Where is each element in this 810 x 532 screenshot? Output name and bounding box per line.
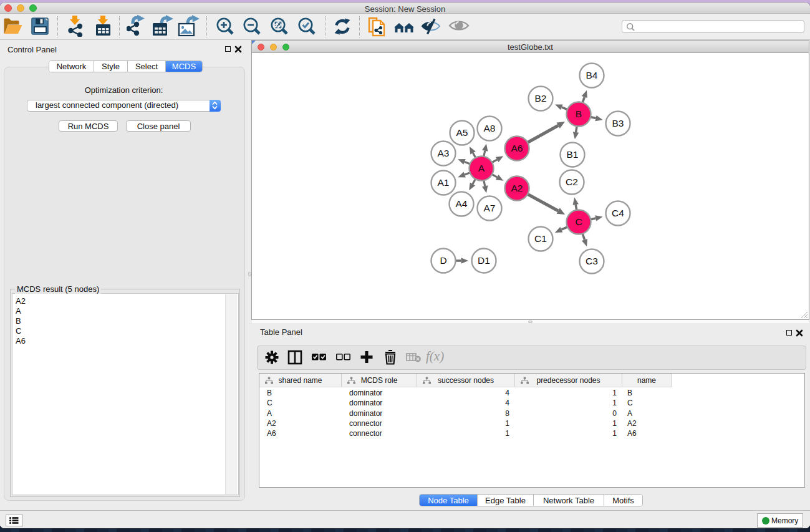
svg-text:A7: A7 <box>484 203 496 213</box>
svg-text:A6: A6 <box>511 143 523 153</box>
svg-text:B1: B1 <box>567 149 579 160</box>
svg-text:A8: A8 <box>484 123 496 133</box>
svg-text:B4: B4 <box>586 70 598 80</box>
svg-text:A: A <box>478 163 485 173</box>
svg-text:B3: B3 <box>612 118 624 128</box>
svg-text:D: D <box>440 255 446 266</box>
svg-text:B: B <box>576 109 582 119</box>
svg-text:B2: B2 <box>535 93 547 104</box>
svg-text:A2: A2 <box>511 183 523 193</box>
svg-text:C3: C3 <box>586 256 598 266</box>
svg-text:A1: A1 <box>438 177 450 188</box>
svg-text:C1: C1 <box>534 233 547 244</box>
svg-text:A5: A5 <box>456 127 468 138</box>
svg-text:D1: D1 <box>478 255 490 266</box>
svg-text:A3: A3 <box>438 148 450 158</box>
svg-text:C2: C2 <box>566 177 578 187</box>
svg-text:A4: A4 <box>456 198 468 209</box>
svg-text:C4: C4 <box>612 208 624 218</box>
svg-text:C: C <box>575 216 582 227</box>
